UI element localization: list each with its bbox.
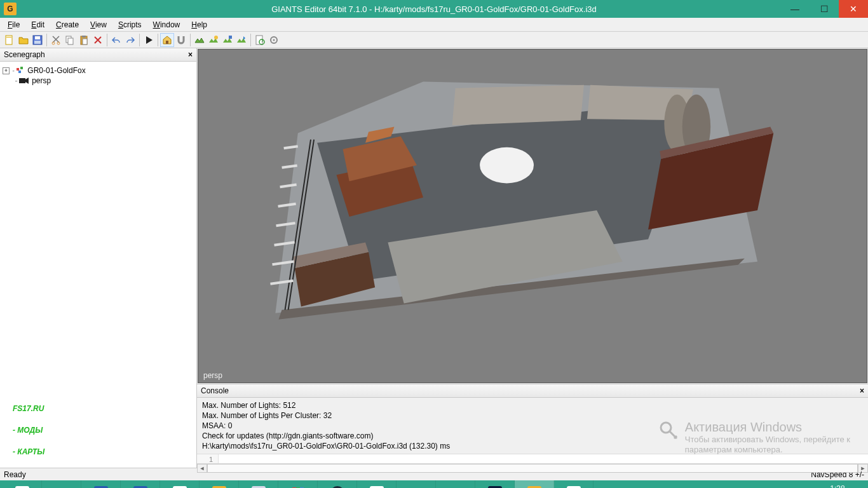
taskbar-paint[interactable] (397, 480, 436, 488)
save-button[interactable] (31, 33, 44, 47)
scenegraph-header: Scenegraph × (0, 48, 196, 62)
undo-button[interactable] (109, 33, 123, 47)
expand-icon[interactable]: + (3, 67, 10, 74)
menu-scripts[interactable]: Scripts (113, 19, 147, 30)
taskbar-app-blue[interactable]: ▣ (81, 480, 121, 488)
redo-button[interactable] (123, 33, 137, 47)
window-title: GIANTS Editor 64bit 7.1.0 - H:/karty/mod… (0, 4, 868, 14)
menu-view[interactable]: View (85, 19, 112, 30)
taskbar-yandex[interactable]: Y (357, 480, 397, 488)
tree-node-label: GR0-01-GoldFox (27, 66, 85, 75)
status-left: Ready (4, 470, 26, 479)
svg-rect-14 (229, 36, 232, 39)
menu-bar: File Edit Create View Scripts Window Hel… (0, 18, 868, 32)
delete-button[interactable] (91, 33, 105, 47)
svg-rect-22 (19, 78, 25, 83)
open-file-button[interactable] (17, 33, 31, 47)
tree-node-label: persp (32, 76, 51, 85)
taskbar-explorer[interactable] (42, 480, 81, 488)
svg-rect-12 (166, 41, 168, 44)
play-button[interactable] (142, 33, 156, 47)
menu-edit[interactable]: Edit (26, 19, 50, 30)
window-titlebar: G GIANTS Editor 64bit 7.1.0 - H:/karty/m… (0, 0, 868, 18)
console-close-icon[interactable]: × (860, 386, 864, 395)
svg-rect-20 (20, 67, 23, 69)
close-button[interactable]: ✕ (839, 0, 868, 18)
svg-rect-10 (82, 36, 86, 37)
svg-rect-8 (68, 38, 73, 44)
taskbar-giants-active[interactable]: G (515, 480, 554, 488)
new-file-button[interactable] (3, 33, 17, 47)
menu-create[interactable]: Create (51, 19, 84, 30)
terrain-sculpt-button[interactable] (193, 33, 207, 47)
taskbar-rubiks[interactable] (278, 480, 318, 488)
paste-button[interactable] (77, 33, 91, 47)
minimize-button[interactable]: — (780, 0, 810, 18)
toolbar (0, 32, 868, 48)
maximize-button[interactable]: ☐ (810, 0, 839, 18)
console-title: Console (201, 386, 229, 395)
home-button[interactable] (160, 33, 174, 47)
svg-point-18 (273, 39, 275, 41)
watermark: FS17.RU - МОДЫ - КАРТЫ (13, 398, 44, 463)
console-scrollbar[interactable]: ◄ ► (197, 463, 868, 473)
svg-rect-11 (83, 39, 87, 44)
windows-taskbar: ▣ G ▦ Y Ps G ▲ РУС 1:38 17.07.2018 (0, 480, 868, 488)
taskbar-firefox[interactable] (436, 480, 475, 488)
terrain-paint-button[interactable] (207, 33, 220, 47)
menu-help[interactable]: Help (186, 19, 212, 30)
menu-window[interactable]: Window (148, 19, 186, 30)
scenegraph-close-icon[interactable]: × (188, 50, 193, 59)
svg-rect-4 (34, 41, 41, 44)
svg-rect-21 (18, 71, 21, 73)
console-header: Console × (197, 384, 868, 398)
system-tray[interactable]: ▲ РУС 1:38 17.07.2018 (679, 485, 865, 488)
taskbar-ie[interactable] (3, 480, 42, 488)
terrain-detail-button[interactable] (220, 33, 234, 47)
script-reload-button[interactable] (253, 33, 267, 47)
svg-marker-34 (452, 85, 584, 126)
menu-file[interactable]: File (3, 19, 25, 30)
scroll-left-icon[interactable]: ◄ (197, 464, 207, 473)
console-line-number: 1 (197, 454, 219, 463)
scenegraph-panel: Scenegraph × + ··· GR0-01-GoldFox ···· p… (0, 48, 197, 468)
viewport-camera-label: persp (203, 371, 222, 380)
tree-node-root[interactable]: + ··· GR0-01-GoldFox (3, 65, 194, 76)
svg-point-27 (480, 147, 534, 184)
script-settings-button[interactable] (267, 33, 281, 47)
svg-point-13 (214, 36, 218, 39)
tray-clock[interactable]: 1:38 17.07.2018 (815, 485, 860, 488)
copy-button[interactable] (63, 33, 77, 47)
key-icon (658, 420, 680, 442)
taskbar-app-cloud[interactable] (121, 480, 160, 488)
svg-rect-1 (6, 37, 11, 37)
taskbar-media-player[interactable] (160, 480, 200, 488)
magnet-button[interactable] (174, 33, 188, 47)
console-input[interactable]: 1 (197, 454, 868, 463)
svg-rect-3 (35, 36, 40, 39)
taskbar-photoshop[interactable]: Ps (475, 480, 515, 488)
terrain-foliage-button[interactable] (234, 33, 248, 47)
taskbar-giants-editor[interactable]: G (200, 480, 239, 488)
windows-activation-watermark: Активация Windows Чтобы активировать Win… (658, 420, 850, 455)
taskbar-monitor[interactable] (554, 480, 593, 488)
scenegraph-title: Scenegraph (4, 50, 45, 59)
tree-node-camera[interactable]: ···· persp (3, 76, 194, 86)
taskbar-calculator[interactable]: ▦ (239, 480, 278, 488)
taskbar-steam[interactable] (318, 480, 357, 488)
cut-button[interactable] (49, 33, 63, 47)
viewport-3d[interactable]: persp (198, 49, 867, 383)
svg-rect-19 (17, 68, 19, 71)
scene-render (198, 50, 867, 339)
